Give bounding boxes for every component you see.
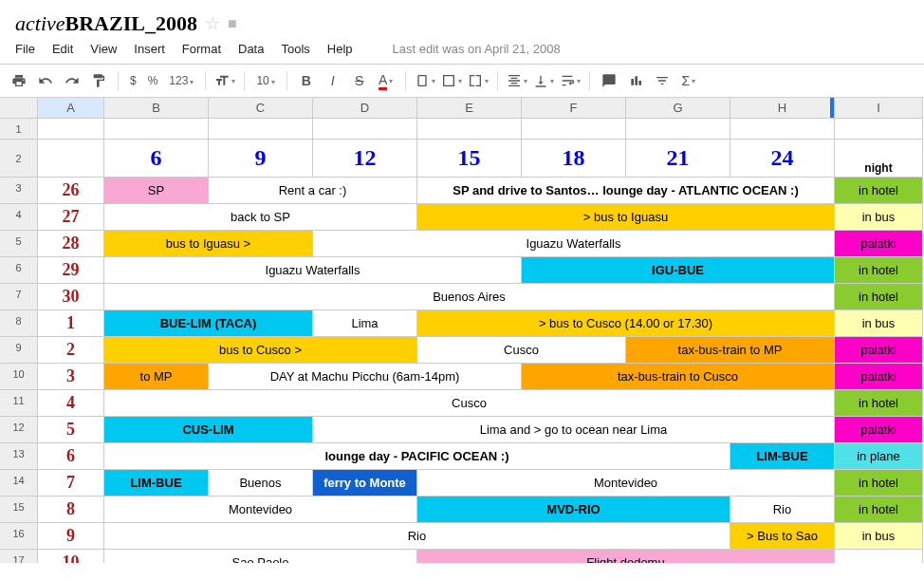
cell[interactable]: Iguazu Waterfalls [313, 231, 835, 257]
cell[interactable]: BUE-LIM (TACA) [104, 310, 313, 337]
row-header-1[interactable]: 1 [0, 119, 38, 140]
cell[interactable]: in hotel [835, 178, 923, 204]
column-header-B[interactable]: B [104, 98, 209, 119]
cell[interactable] [835, 119, 923, 140]
number-format-dropdown[interactable]: 123 [165, 74, 197, 87]
cell[interactable]: palatki [835, 231, 923, 257]
cell[interactable]: 5 [38, 417, 104, 443]
insert-comment-icon[interactable] [598, 69, 620, 92]
bold-icon[interactable]: B [295, 69, 318, 92]
text-wrap-icon[interactable] [559, 69, 582, 92]
cell[interactable]: Rio [104, 523, 730, 550]
cell[interactable]: in hotel [835, 390, 923, 417]
cell[interactable]: LIM-BUE [730, 443, 835, 470]
cell[interactable]: 29 [38, 257, 104, 284]
column-header-F[interactable]: F [522, 98, 626, 119]
cell[interactable]: 12 [313, 140, 417, 178]
row-header-9[interactable]: 9 [0, 337, 38, 364]
cell[interactable]: ferry to Monte [313, 470, 417, 497]
cell[interactable] [104, 119, 209, 140]
cell[interactable]: 4 [38, 390, 104, 417]
menu-file[interactable]: File [15, 42, 35, 56]
row-header-10[interactable]: 10 [0, 364, 38, 390]
font-family-dropdown[interactable] [213, 69, 236, 92]
cell[interactable]: palatki [835, 337, 923, 364]
cell[interactable]: tax-bus-train to MP [626, 337, 835, 364]
cell[interactable]: Lima and > go to ocean near Lima [313, 417, 835, 443]
star-icon[interactable]: ☆ [205, 13, 220, 34]
folder-icon[interactable]: ■ [228, 15, 237, 32]
cell[interactable]: 10 [38, 550, 104, 563]
column-header-G[interactable]: G [626, 98, 730, 119]
cell[interactable]: CUS-LIM [104, 417, 313, 443]
cell[interactable]: back to SP [104, 204, 417, 231]
menu-insert[interactable]: Insert [134, 42, 165, 56]
column-header-A[interactable]: A [38, 98, 104, 119]
row-header-6[interactable]: 6 [0, 257, 38, 284]
cell[interactable]: Iguazu Waterfalls [104, 257, 522, 284]
cell[interactable] [38, 119, 104, 140]
column-header-D[interactable]: D [313, 98, 417, 119]
cell[interactable]: in hotel [835, 470, 923, 497]
cell[interactable]: 26 [38, 178, 104, 204]
row-header-4[interactable]: 4 [0, 204, 38, 231]
cell[interactable] [730, 119, 835, 140]
cell[interactable]: 18 [522, 140, 626, 178]
cell[interactable]: in hotel [835, 257, 923, 284]
cell[interactable]: 9 [38, 523, 104, 550]
borders-icon[interactable] [440, 69, 463, 92]
row-header-15[interactable]: 15 [0, 497, 38, 523]
column-header-I[interactable]: I [835, 98, 923, 119]
cell[interactable]: 24 [730, 140, 835, 178]
cell[interactable]: 3 [38, 364, 104, 390]
row-header-2[interactable]: 2 [0, 140, 38, 178]
cell[interactable]: 1 [38, 310, 104, 337]
insert-chart-icon[interactable] [624, 69, 647, 92]
cell[interactable]: 27 [38, 204, 104, 231]
cell[interactable]: Sao Paolo [104, 550, 417, 563]
cell[interactable]: Buenos Aires [104, 284, 835, 310]
cell[interactable]: > Bus to Sao [730, 523, 835, 550]
cell[interactable]: lounge day - PACIFIC OCEAN :) [104, 443, 730, 470]
menu-view[interactable]: View [90, 42, 117, 56]
cell[interactable]: SP [104, 178, 209, 204]
cell[interactable]: LIM-BUE [104, 470, 209, 497]
font-size-dropdown[interactable]: 10 [252, 74, 278, 87]
row-header-3[interactable]: 3 [0, 178, 38, 204]
fill-color-icon[interactable] [414, 69, 436, 92]
select-all-corner[interactable] [0, 98, 38, 119]
percent-button[interactable]: % [144, 74, 162, 87]
cell[interactable]: to MP [104, 364, 209, 390]
paint-format-icon[interactable] [87, 69, 110, 92]
cell[interactable]: SP and drive to Santos… lounge day - ATL… [417, 178, 835, 204]
cell[interactable]: > bus to Iguasu [417, 204, 835, 231]
functions-icon[interactable]: Σ [677, 69, 700, 92]
cell[interactable]: IGU-BUE [522, 257, 835, 284]
vertical-align-icon[interactable] [532, 69, 555, 92]
cell[interactable]: Rent a car :) [209, 178, 417, 204]
row-header-8[interactable]: 8 [0, 310, 38, 337]
cell[interactable]: palatki [835, 364, 923, 390]
row-header-12[interactable]: 12 [0, 417, 38, 443]
currency-button[interactable]: $ [126, 74, 140, 87]
row-header-7[interactable]: 7 [0, 284, 38, 310]
filter-icon[interactable] [651, 69, 674, 92]
cell[interactable]: DAY at Machu Picchu (6am-14pm) [209, 364, 522, 390]
document-title[interactable]: activeBRAZIL_2008 [15, 11, 197, 36]
menu-edit[interactable]: Edit [52, 42, 73, 56]
cell[interactable] [209, 119, 313, 140]
cell[interactable] [626, 119, 730, 140]
column-header-C[interactable]: C [209, 98, 313, 119]
row-header-14[interactable]: 14 [0, 470, 38, 497]
cell[interactable]: Buenos [209, 470, 313, 497]
cell[interactable]: in hotel [835, 284, 923, 310]
cell[interactable]: MVD-RIO [417, 497, 730, 523]
strikethrough-icon[interactable]: S [348, 69, 371, 92]
cell[interactable]: 9 [209, 140, 313, 178]
cell[interactable]: in bus [835, 204, 923, 231]
cell[interactable] [313, 119, 417, 140]
cell[interactable]: 30 [38, 284, 104, 310]
merge-cells-icon[interactable] [467, 69, 490, 92]
cell[interactable]: 15 [417, 140, 522, 178]
cell[interactable]: in hotel [835, 497, 923, 523]
